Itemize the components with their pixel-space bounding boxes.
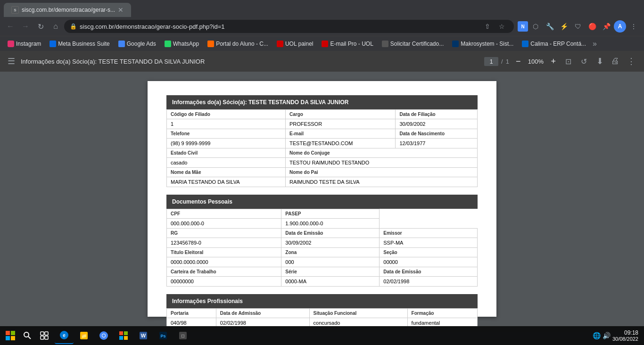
- label-portaria: Portaria: [167, 309, 216, 318]
- table-row: RG Data de Emissão Emissor: [167, 229, 478, 238]
- table-row: casado TESTOU RAIMUNDO TESTANDO: [167, 158, 478, 168]
- table-row: (98) 9 9999-9999 TESTE@TESTANDO.COM 12/0…: [167, 139, 478, 148]
- menu-btn[interactable]: ⋮: [627, 20, 640, 33]
- value-codigo: 1: [167, 119, 286, 129]
- taskbar-app-winstore[interactable]: [114, 327, 133, 344]
- profile-avatar[interactable]: A: [614, 20, 626, 33]
- value-conjuge: TESTOU RAIMUNDO TESTANDO: [286, 158, 478, 168]
- pdf-page-sep: /: [501, 58, 503, 65]
- instagram-favicon: [8, 41, 14, 47]
- pdf-zoom-out-btn[interactable]: −: [513, 55, 524, 68]
- start-btn[interactable]: [2, 327, 19, 344]
- taskbar-taskview-btn[interactable]: [36, 327, 53, 344]
- documentos-table: CPF PASEP 000.000.000-0 1.900.000.000-0 …: [166, 209, 478, 287]
- email-favicon: [322, 41, 328, 47]
- value-formacao: fundamental: [407, 318, 477, 327]
- right-controls: N ⬡ 🔧 ⚡ 🛡 🔴 📌 A ⋮: [518, 20, 640, 33]
- table-row: 000.000.000-0 1.900.000.000-0: [167, 219, 478, 229]
- home-btn[interactable]: ⌂: [49, 20, 62, 33]
- svg-rect-0: [6, 331, 10, 335]
- tab-title: siscg.com.br/demonstracao/gerar-s...: [22, 7, 115, 13]
- ext-btn-2[interactable]: 🔧: [543, 20, 556, 33]
- ext-btn-1[interactable]: ⬡: [529, 20, 542, 33]
- taskbar-app-chrome[interactable]: [94, 327, 113, 344]
- pdf-more-btn[interactable]: ⋮: [624, 54, 638, 68]
- value-situacao: concursado: [309, 318, 407, 327]
- taskbar-clock[interactable]: 09:18 30/08/2022: [612, 329, 638, 342]
- meta-favicon: [50, 41, 56, 47]
- pdf-content-area: Informações do(a) Sócio(a): TESTE TESTAN…: [0, 72, 644, 326]
- bookmark-portal[interactable]: Portal do Aluno - C...: [204, 39, 272, 49]
- pdf-rotate-btn[interactable]: ↺: [578, 55, 590, 68]
- ext-btn-4[interactable]: 🛡: [571, 20, 585, 33]
- bookmark-google-ads[interactable]: Google Ads: [115, 39, 160, 49]
- address-bar[interactable]: 🔒 siscg.com.br/demonstracao/gerar-socio-…: [64, 20, 514, 33]
- bookmark-certificado[interactable]: Solicitar Certificado...: [378, 39, 447, 49]
- tab-close-btn[interactable]: ✕: [118, 6, 124, 14]
- table-row: 040/98 02/02/1998 concursado fundamental: [167, 318, 478, 327]
- label-telefone: Telefone: [167, 129, 286, 139]
- ext-btn-5[interactable]: 🔴: [586, 20, 599, 33]
- table-row: Titulo Eleitoral Zona Seção: [167, 248, 478, 257]
- forward-btn[interactable]: →: [19, 20, 32, 33]
- table-row: Nome da Mãe Nome do Pai: [167, 168, 478, 177]
- value-titulo-eleitoral: 0000.0000.0000: [167, 257, 281, 267]
- value-estado-civil: casado: [167, 158, 286, 168]
- label-pai: Nome do Pai: [286, 168, 478, 177]
- label-email: E-mail: [286, 129, 396, 139]
- pdf-menu-btn[interactable]: ☰: [6, 54, 17, 68]
- ext-btn-6[interactable]: 📌: [600, 20, 613, 33]
- bookmark-meta[interactable]: Meta Business Suite: [46, 39, 113, 49]
- taskbar-app-ps[interactable]: Ps: [154, 327, 173, 344]
- taskbar-app-word[interactable]: W: [134, 327, 153, 344]
- pdf-title: Informações do(a) Sócio(a): TESTE TESTAN…: [21, 58, 480, 65]
- reload-btn[interactable]: ↻: [34, 20, 47, 33]
- share-btn[interactable]: ⇧: [481, 20, 494, 33]
- svg-text:□: □: [182, 333, 184, 338]
- taskbar-app-explorer[interactable]: 📁: [74, 327, 93, 344]
- taskbar-apps: e 📁 W: [55, 327, 192, 344]
- lock-icon: 🔒: [70, 23, 77, 30]
- svg-rect-20: [124, 336, 128, 340]
- value-emissao-rg: 30/09/2002: [281, 238, 380, 248]
- pdf-zoom-value: 100%: [526, 58, 545, 65]
- pdf-download-btn[interactable]: ⬇: [594, 54, 606, 68]
- pdf-toolbar: ☰ Informações do(a) Sócio(a): TESTE TEST…: [0, 51, 644, 72]
- bookmark-instagram[interactable]: Instagram: [4, 39, 45, 49]
- back-btn[interactable]: ←: [4, 20, 17, 33]
- pdf-fit-btn[interactable]: ⊡: [562, 55, 574, 68]
- pdf-page-input[interactable]: [484, 57, 498, 66]
- label-mae: Nome da Mãe: [167, 168, 286, 177]
- documentos-section-header: Documentos Pessoais: [166, 195, 478, 209]
- taskbar-app-edge[interactable]: e: [55, 327, 74, 344]
- bookmark-uol-painel[interactable]: UOL painel: [273, 39, 317, 49]
- tray-network-icon[interactable]: 🌐: [593, 332, 601, 339]
- bookmark-calima[interactable]: Calima - ERP Contá...: [518, 39, 590, 49]
- bookmarks-more-btn[interactable]: »: [593, 40, 597, 48]
- taskbar: e 📁 W: [0, 326, 644, 345]
- table-row: 1 PROFESSOR 30/09/2002: [167, 119, 478, 129]
- table-row: CPF PASEP: [167, 209, 478, 219]
- whatsapp-favicon: [165, 41, 171, 47]
- value-cpf: 000.000.000-0: [167, 219, 281, 229]
- personal-info-table: Código de Filiado Cargo Data de Filiação…: [166, 109, 478, 187]
- pdf-print-btn[interactable]: 🖨: [608, 54, 622, 68]
- ext-btn-3[interactable]: ⚡: [557, 20, 570, 33]
- bookmark-whatsapp[interactable]: WhatsApp: [161, 39, 203, 49]
- tray-volume-icon[interactable]: 🔊: [603, 332, 611, 339]
- label-rg: RG: [167, 229, 281, 238]
- table-row: Carteira de Trabalho Série Data de Emiss…: [167, 267, 478, 277]
- taskbar-search-btn[interactable]: [19, 327, 36, 344]
- bookmark-btn[interactable]: ☆: [495, 20, 508, 33]
- label-serie: Série: [281, 267, 380, 277]
- taskbar-app-misc[interactable]: □: [173, 327, 192, 344]
- value-secao: 00000: [380, 257, 478, 267]
- bookmark-makro[interactable]: Makrosystem - Sist...: [448, 39, 517, 49]
- svg-rect-18: [124, 331, 128, 335]
- new-tab-icon[interactable]: N: [518, 21, 528, 32]
- pdf-zoom-in-btn[interactable]: +: [548, 55, 559, 68]
- value-telefone: (98) 9 9999-9999: [167, 139, 286, 148]
- svg-text:📁: 📁: [81, 333, 87, 339]
- active-tab[interactable]: S siscg.com.br/demonstracao/gerar-s... ✕: [4, 3, 131, 17]
- bookmark-email[interactable]: E-mail Pro - UOL: [318, 39, 377, 49]
